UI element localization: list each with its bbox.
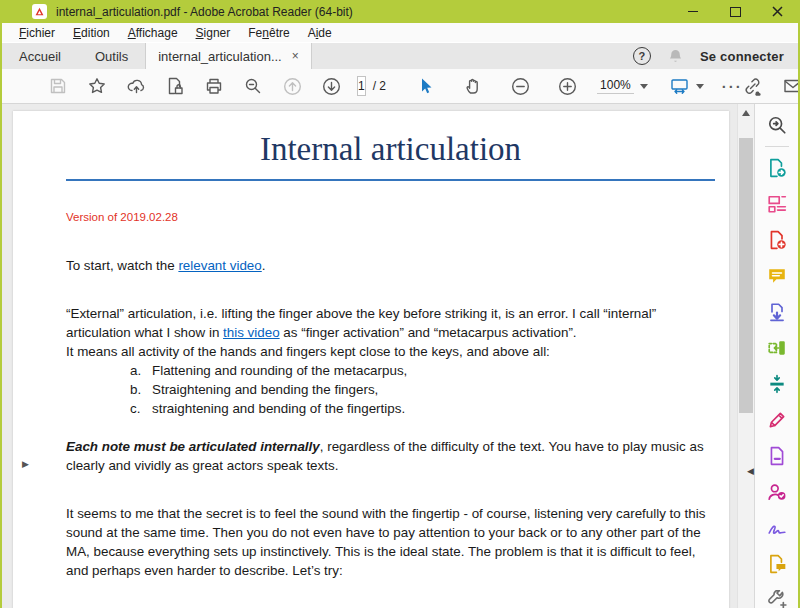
rail-divider [765,146,789,147]
prepare-form-icon[interactable] [766,445,788,467]
menu-item-affichage[interactable]: Affichage [119,23,187,42]
page-number-input[interactable]: 1 [357,76,366,96]
minimize-button[interactable] [672,0,714,23]
tab-document-label: internal_articulation... [158,49,282,64]
document-canvas: Internal articulationVersion of 2019.02.… [2,104,737,608]
paragraph: Each note must be articulated internally… [66,437,715,475]
list-item: a.Flattening and rounding of the metacar… [66,361,715,380]
next-page-button[interactable] [321,76,341,96]
hyperlink[interactable]: relevant video [178,258,261,273]
document-title: Internal articulation [66,129,715,169]
search-button[interactable] [243,76,263,96]
favorite-star-icon [88,77,106,95]
email-icon [783,78,800,94]
help-icon[interactable]: ? [633,47,651,65]
zoom-out-icon [511,77,530,96]
print-button[interactable] [204,76,224,96]
search-icon [244,77,262,95]
scrollbar-thumb[interactable] [739,138,753,413]
select-tool-button[interactable] [416,76,436,96]
page-total-label: / 2 [373,79,386,93]
comment-icon[interactable] [766,265,788,287]
zoom-in-icon [558,77,577,96]
combine-files-icon[interactable] [766,301,788,323]
hyperlink[interactable]: this video [223,325,280,340]
list: a.Flattening and rounding of the metacar… [66,361,715,418]
menu-item-aide[interactable]: Aide [299,23,341,42]
tab-accueil[interactable]: Accueil [2,43,78,69]
paragraph: “External” articulation, i.e. lifting th… [66,304,715,361]
more-tools-button[interactable]: ··· [722,78,743,95]
tools-rail [755,104,798,608]
scan-ocr-icon[interactable] [766,337,788,359]
share-cloud-button[interactable] [126,76,146,96]
hand-tool-icon [464,77,482,95]
export-pdf-icon[interactable] [766,157,788,179]
share-cloud-icon [127,77,146,95]
page-lock-icon [166,77,184,95]
send-for-comments-icon[interactable] [766,553,788,575]
version-text: Version of 2019.02.28 [66,208,715,227]
page-fit-icon [670,78,689,95]
hand-tool-button[interactable] [463,76,483,96]
compress-pdf-icon[interactable] [766,373,788,395]
titlebar: internal_articulation.pdf - Adobe Acroba… [2,0,798,23]
maximize-icon [730,7,741,17]
email-button[interactable] [783,76,800,96]
page-lock-button[interactable] [165,76,185,96]
list-item: c.straightening and bending of the finge… [66,399,715,418]
zoom-caret-icon[interactable] [640,84,648,89]
menu-item-fichier[interactable]: Fichier [10,23,64,42]
tabbar: Accueil Outils internal_articulation... … [2,42,798,69]
request-signatures-icon[interactable] [766,481,788,503]
next-page-icon [322,77,341,96]
title-rule [66,179,715,181]
zoom-level-value[interactable]: 100% [597,78,634,94]
zoom-in-button[interactable] [557,76,577,96]
search-tools-icon[interactable] [766,114,788,136]
vertical-scrollbar[interactable] [737,104,754,608]
bell-icon[interactable] [668,48,683,64]
previous-page-button[interactable] [282,76,302,96]
scroll-up-icon[interactable] [742,110,750,116]
sign-in-button[interactable]: Se connecter [700,49,784,64]
show-navigation-pane-arrow[interactable]: ▶ [22,459,29,469]
page-fit-button[interactable] [670,76,690,96]
print-icon [205,77,223,95]
zoom-out-button[interactable] [510,76,530,96]
share-link-button[interactable] [743,76,763,96]
list-item: b.Straightening and bending the fingers, [66,380,715,399]
main-area: Internal articulationVersion of 2019.02.… [2,104,798,608]
menu-item-edition[interactable]: Edition [64,23,119,42]
share-link-icon [743,77,763,96]
fill-and-sign-icon[interactable] [766,409,788,431]
paragraph: To start, watch the relevant video. [66,256,715,275]
previous-page-icon [283,77,302,96]
save-button[interactable] [48,76,68,96]
favorite-button[interactable] [87,76,107,96]
close-tab-icon[interactable]: × [292,50,299,62]
menu-item-signer[interactable]: Signer [187,23,240,42]
paragraph: It seems to me that the secret is to fee… [66,504,715,580]
minimize-icon [688,11,698,12]
window-title: internal_articulation.pdf - Adobe Acroba… [56,5,353,19]
toolbar: 1 / 2 100% ··· [2,69,798,104]
menu-item-fentre[interactable]: Fenêtre [239,23,298,42]
organize-pages-icon[interactable] [766,193,788,215]
close-button[interactable] [756,0,798,23]
tab-outils[interactable]: Outils [78,43,145,69]
select-arrow-icon [417,77,435,95]
acrobat-window: internal_articulation.pdf - Adobe Acroba… [0,0,800,608]
close-icon [772,6,783,17]
pdf-page: Internal articulationVersion of 2019.02.… [13,111,729,608]
sign-icon[interactable] [766,517,788,539]
create-pdf-icon[interactable] [766,229,788,251]
tab-document[interactable]: internal_articulation... × [145,43,312,69]
acrobat-logo-icon [32,4,47,19]
save-icon [49,77,67,95]
collapse-tools-pane-arrow[interactable]: ◀ [747,466,754,476]
maximize-button[interactable] [714,0,756,23]
menubar: FichierEditionAffichageSignerFenêtreAide [2,23,798,42]
more-tools-icon[interactable] [766,589,788,608]
page-fit-caret-icon[interactable] [696,84,704,89]
